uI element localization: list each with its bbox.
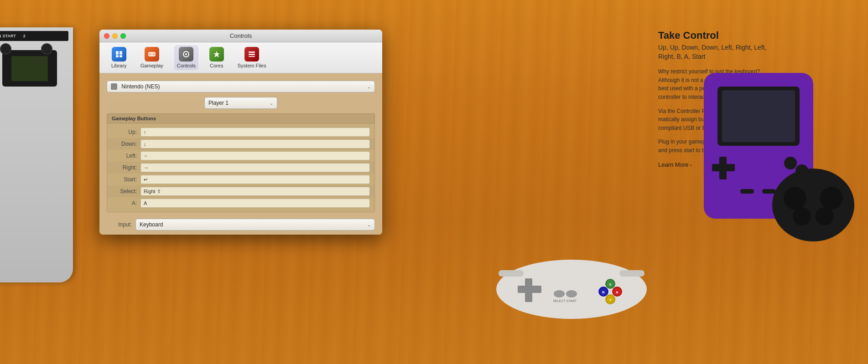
button-row-start: Start: ↵ [107, 174, 374, 185]
system-value: Nintendo (NES) [121, 83, 160, 90]
gameplay-label: Gameplay [140, 63, 163, 68]
library-icon [112, 47, 126, 62]
right-label: Right: [112, 164, 137, 171]
svg-rect-30 [249, 54, 255, 55]
titlebar: Controls [99, 30, 382, 42]
cores-label: Cores [210, 63, 223, 68]
a-value[interactable]: A [140, 199, 370, 208]
svg-point-26 [153, 54, 154, 55]
system-files-label: System Files [238, 63, 266, 68]
svg-rect-23 [120, 55, 122, 57]
svg-point-61 [820, 187, 843, 210]
start-value[interactable]: ↵ [140, 175, 370, 184]
system-dropdown-arrow: ⌄ [367, 84, 371, 89]
buttons-table: Up: ↑ Down: ↓ Left: ← Right: → Start: [107, 123, 375, 212]
button-row-left: Left: ← [107, 150, 374, 162]
svg-text:A: A [616, 290, 619, 294]
svg-text:Y: Y [609, 298, 612, 302]
svg-rect-48 [499, 270, 524, 277]
minimize-button[interactable] [112, 33, 118, 39]
snes-svg: X A B Y SELECT START [494, 253, 649, 326]
input-label: Input: [107, 221, 132, 228]
controls-window: Controls Library Gameplay Controls Core [99, 30, 382, 235]
up-label: Up: [112, 129, 137, 135]
svg-text:X: X [609, 282, 612, 287]
section-header: Gameplay Buttons [107, 113, 375, 123]
black-controller-decoration [768, 159, 859, 252]
svg-point-45 [566, 290, 577, 297]
select-value[interactable]: Right ⇧ [140, 187, 370, 196]
start-label: Start: [112, 176, 137, 183]
svg-rect-57 [740, 189, 754, 194]
close-button[interactable] [104, 33, 109, 39]
window-title: Controls [230, 32, 252, 39]
gameplay-icon [145, 47, 159, 62]
up-value[interactable]: ↑ [140, 128, 370, 137]
a-label: A: [112, 200, 137, 206]
input-value: Keyboard [140, 221, 163, 228]
toolbar-item-gameplay[interactable]: Gameplay [138, 45, 166, 70]
system-selector[interactable]: Nintendo (NES) ⌄ [107, 81, 375, 92]
svg-point-59 [772, 169, 854, 241]
svg-rect-22 [116, 55, 119, 57]
system-select-row: Nintendo (NES) ⌄ [107, 81, 375, 92]
svg-point-25 [149, 54, 151, 55]
down-value[interactable]: ↓ [140, 139, 370, 149]
svg-rect-35 [525, 278, 532, 302]
svg-rect-52 [722, 90, 795, 142]
svg-point-44 [554, 290, 565, 297]
svg-point-63 [816, 207, 834, 226]
black-controller-svg [768, 159, 859, 251]
maximize-button[interactable] [120, 33, 126, 39]
svg-text:START: START [567, 299, 577, 302]
chevron-right-icon: › [690, 162, 692, 168]
toolbar-item-library[interactable]: Library [109, 45, 130, 70]
left-value[interactable]: ← [140, 151, 370, 160]
input-row: Input: Keyboard ⌄ [107, 217, 375, 232]
svg-rect-20 [116, 51, 119, 55]
controls-label: Controls [177, 63, 196, 68]
svg-rect-24 [148, 52, 156, 56]
svg-rect-54 [719, 157, 727, 179]
cores-icon [209, 47, 224, 62]
traffic-lights [104, 33, 126, 39]
toolbar: Library Gameplay Controls Cores System F… [99, 42, 382, 73]
player-selector[interactable]: Player 1 ⌄ [204, 97, 277, 109]
toolbar-item-controls[interactable]: Controls [174, 45, 198, 70]
svg-rect-29 [249, 51, 255, 53]
gameboy-decoration: 1 START 2 [0, 27, 73, 282]
library-label: Library [111, 63, 127, 68]
player-select-row: Player 1 ⌄ [107, 97, 375, 109]
info-title: Take Control [658, 30, 777, 41]
system-files-icon [244, 47, 259, 62]
toolbar-item-system-files[interactable]: System Files [235, 45, 269, 70]
svg-point-62 [793, 207, 811, 226]
button-row-up: Up: ↑ [107, 126, 374, 138]
player-dropdown-arrow: ⌄ [270, 101, 273, 106]
snes-controller-decoration: X A B Y SELECT START [494, 253, 649, 328]
down-label: Down: [112, 141, 137, 147]
toolbar-item-cores[interactable]: Cores [207, 45, 227, 70]
button-row-a: A: A [107, 197, 374, 209]
select-label: Select: [112, 188, 137, 195]
svg-rect-31 [249, 56, 255, 57]
input-selector[interactable]: Keyboard ⌄ [135, 219, 375, 231]
button-row-select: Select: Right ⇧ [107, 185, 374, 197]
system-icon [111, 83, 117, 90]
svg-point-28 [185, 53, 187, 55]
button-row-down: Down: ↓ [107, 138, 374, 150]
left-label: Left: [112, 153, 137, 159]
player-value: Player 1 [208, 100, 229, 106]
svg-point-60 [784, 187, 806, 210]
svg-text:SELECT: SELECT [553, 299, 566, 302]
info-subtitle: Up, Up, Down, Down, Left, Right, Left, R… [658, 43, 777, 61]
controls-icon [179, 47, 193, 62]
button-row-right: Right: → [107, 162, 374, 174]
right-value[interactable]: → [140, 163, 370, 172]
svg-text:B: B [602, 290, 605, 294]
input-dropdown-arrow: ⌄ [367, 222, 371, 227]
gameplay-buttons-section: Gameplay Buttons Up: ↑ Down: ↓ Left: ← R… [107, 113, 375, 212]
window-content: Nintendo (NES) ⌄ Player 1 ⌄ Gameplay But… [99, 73, 382, 235]
learn-more-link[interactable]: Learn More › [658, 161, 692, 168]
svg-rect-21 [120, 51, 122, 55]
